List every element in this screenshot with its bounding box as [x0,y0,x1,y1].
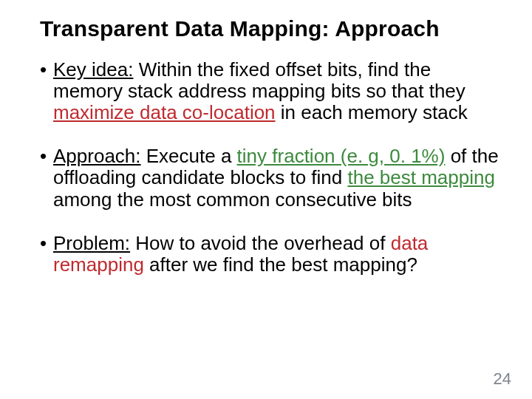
bullet-text: Execute a [141,145,237,167]
bullet-text: in each memory stack [276,101,468,123]
page-number: 24 [494,369,511,389]
bullet-label: Key idea: [53,58,133,81]
bullet-list: • Key idea: Within the fixed offset bits… [40,59,499,276]
bullet-text: after we find the best mapping? [144,253,417,276]
bullet-dot-icon: • [40,59,47,81]
bullet-label: Approach: [53,145,141,167]
slide-title: Transparent Data Mapping: Approach [40,16,499,41]
bullet-approach: • Approach: Execute a tiny fraction (e. … [40,146,499,210]
slide: Transparent Data Mapping: Approach • Key… [0,0,532,399]
bullet-key-idea: • Key idea: Within the fixed offset bits… [40,59,499,123]
bullet-text: among the most common consecutive bits [53,188,412,211]
bullet-highlight: maximize data co-location [53,101,276,123]
bullet-highlight: tiny fraction (e. g, 0. 1%) [237,145,446,167]
bullet-problem: • Problem: How to avoid the overhead of … [40,233,499,276]
bullet-label: Problem: [53,232,130,254]
bullet-dot-icon: • [40,146,47,167]
bullet-text: How to avoid the overhead of [130,232,391,254]
bullet-highlight: the best mapping [347,166,494,188]
bullet-dot-icon: • [40,233,47,254]
